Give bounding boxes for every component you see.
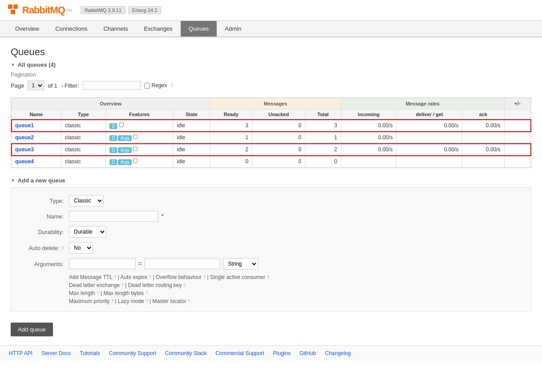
regex-label[interactable]: Regex bbox=[144, 82, 167, 89]
link-max-length[interactable]: Max length bbox=[69, 290, 95, 296]
queue-name-link[interactable]: queue4 bbox=[15, 158, 34, 165]
nav-overview[interactable]: Overview bbox=[7, 21, 47, 36]
col-type: Type bbox=[61, 109, 105, 120]
footer-http-api[interactable]: HTTP API bbox=[9, 350, 32, 356]
queue-name-link[interactable]: queue3 bbox=[15, 146, 34, 153]
page-title: Queues bbox=[11, 46, 531, 58]
durability-label: Durability: bbox=[20, 229, 69, 235]
single-help[interactable]: ? bbox=[267, 275, 269, 280]
expire-help[interactable]: ? bbox=[149, 275, 151, 280]
queue-state: idle bbox=[173, 132, 210, 144]
ttl-help[interactable]: ? bbox=[114, 275, 117, 280]
add-queue-button[interactable]: Add queue bbox=[11, 323, 53, 336]
link-master-locator[interactable]: Master locator bbox=[152, 298, 186, 304]
arguments-row: Arguments: = String Number Boolean bbox=[20, 258, 522, 270]
link-auto-expire[interactable]: Auto expire bbox=[120, 274, 147, 280]
nav-exchanges[interactable]: Exchanges bbox=[136, 21, 180, 36]
table-row: queue3classicDArgsidle2020.00/s0.00/s0.0… bbox=[12, 144, 531, 156]
page-select[interactable]: 1 bbox=[28, 81, 44, 90]
col-ready: Ready bbox=[210, 109, 252, 120]
queue-tbody: queue1classicDidle3030.00/s0.00/s0.00/sq… bbox=[12, 120, 531, 168]
regex-checkbox[interactable] bbox=[144, 83, 150, 89]
link-single-active[interactable]: Single active consumer bbox=[210, 274, 265, 280]
link-overflow[interactable]: Overflow behaviour bbox=[156, 274, 202, 280]
queue-table: Overview Messages Message rates +/- Name… bbox=[11, 98, 531, 168]
logo-tm: TM bbox=[66, 8, 72, 12]
queue-type: classic bbox=[61, 144, 105, 156]
dle-help[interactable]: ? bbox=[121, 283, 124, 288]
queue-feature-checkbox[interactable] bbox=[133, 146, 138, 152]
nav-connections[interactable]: Connections bbox=[47, 21, 95, 36]
footer-changelog[interactable]: Changelog bbox=[325, 350, 351, 356]
queue-extra bbox=[504, 144, 530, 156]
footer-community-slack[interactable]: Community Slack bbox=[165, 350, 206, 356]
pagination-area: Pagination Page 1 of 1 - Filter: Regex ? bbox=[11, 72, 531, 90]
footer-commercial-support[interactable]: Commercial Support bbox=[215, 350, 264, 356]
link-lazy-mode[interactable]: Lazy mode bbox=[118, 298, 144, 304]
auto-delete-row: Auto delete: ? No Yes bbox=[20, 242, 522, 254]
footer-github[interactable]: GitHub bbox=[299, 350, 316, 356]
footer-community-support[interactable]: Community Support bbox=[109, 350, 156, 356]
link-dead-letter-exchange[interactable]: Dead letter exchange bbox=[69, 282, 120, 288]
arg-type-select[interactable]: String Number Boolean bbox=[223, 258, 258, 270]
queue-features: DArgs bbox=[106, 144, 173, 156]
add-queue-header: ▼ Add a new queue bbox=[11, 177, 531, 184]
link-max-priority[interactable]: Maximum priority bbox=[69, 298, 109, 304]
durability-select[interactable]: Durable Transient bbox=[69, 226, 106, 238]
queue-extra bbox=[504, 156, 530, 168]
nav-channels[interactable]: Channels bbox=[95, 21, 136, 36]
page-label: Page bbox=[11, 82, 24, 89]
add-toggle-arrow[interactable]: ▼ bbox=[11, 178, 15, 183]
dlr-help[interactable]: ? bbox=[183, 283, 186, 288]
queue-feature-checkbox[interactable] bbox=[133, 158, 138, 164]
mlb-help[interactable]: ? bbox=[145, 291, 148, 296]
quick-args-row3: Max length ? | Max length bytes ? bbox=[69, 290, 522, 296]
link-max-length-bytes[interactable]: Max length bytes bbox=[103, 290, 144, 296]
durability-input: Durable Transient bbox=[69, 226, 522, 238]
queue-features: D bbox=[106, 120, 173, 132]
arg-key-input[interactable] bbox=[69, 259, 136, 269]
queue-incoming: 0.00/s bbox=[341, 132, 396, 144]
table-row: queue1classicDidle3030.00/s0.00/s0.00/s bbox=[12, 120, 531, 132]
type-row: Type: Classic Quorum bbox=[20, 195, 522, 206]
msl-help[interactable]: ? bbox=[188, 299, 190, 304]
group-plusminus[interactable]: +/- bbox=[504, 98, 530, 109]
queue-name-link[interactable]: queue1 bbox=[15, 122, 34, 129]
nav-queues[interactable]: Queues bbox=[181, 21, 217, 36]
ml-help[interactable]: ? bbox=[97, 291, 99, 296]
type-input: Classic Quorum bbox=[69, 195, 522, 206]
filter-input[interactable] bbox=[83, 81, 141, 90]
queue-state: idle bbox=[173, 156, 210, 168]
footer: HTTP API Server Docs Tutorials Community… bbox=[0, 345, 542, 361]
name-label: Name: bbox=[20, 213, 69, 220]
overflow-help[interactable]: ? bbox=[203, 275, 206, 280]
queue-feature-checkbox[interactable] bbox=[119, 122, 124, 128]
quick-args-row1: Add Message TTL ? | Auto expire ? | Over… bbox=[69, 274, 522, 280]
footer-plugins[interactable]: Plugins bbox=[273, 350, 291, 356]
queue-state: idle bbox=[173, 144, 210, 156]
footer-server-docs[interactable]: Server Docs bbox=[41, 350, 71, 356]
queue-name-link[interactable]: queue2 bbox=[15, 134, 34, 141]
add-label: Add bbox=[69, 274, 80, 280]
queue-type: classic bbox=[61, 120, 105, 132]
mp-help[interactable]: ? bbox=[111, 299, 114, 304]
name-input[interactable] bbox=[69, 211, 158, 222]
nav-admin[interactable]: Admin bbox=[217, 21, 249, 36]
lm-help[interactable]: ? bbox=[146, 299, 148, 304]
toggle-arrow[interactable]: ▼ bbox=[11, 62, 15, 67]
queue-feature-checkbox[interactable] bbox=[133, 134, 138, 140]
arg-value-input[interactable] bbox=[145, 259, 220, 269]
auto-delete-select[interactable]: No Yes bbox=[69, 242, 93, 254]
arguments-label: Arguments: bbox=[20, 261, 69, 267]
type-select[interactable]: Classic Quorum bbox=[69, 195, 104, 206]
auto-delete-help[interactable]: ? bbox=[61, 246, 64, 251]
footer-tutorials[interactable]: Tutorials bbox=[80, 350, 100, 356]
link-dead-letter-routing[interactable]: Dead letter routing key bbox=[128, 282, 182, 288]
link-message-ttl[interactable]: Message TTL bbox=[80, 274, 113, 280]
args-equals: = bbox=[138, 260, 142, 267]
queue-extra bbox=[504, 132, 530, 144]
regex-help[interactable]: ? bbox=[170, 83, 173, 88]
queue-unacked: 0 bbox=[252, 156, 305, 168]
queue-unacked: 0 bbox=[252, 144, 305, 156]
queue-total: 0 bbox=[305, 156, 341, 168]
